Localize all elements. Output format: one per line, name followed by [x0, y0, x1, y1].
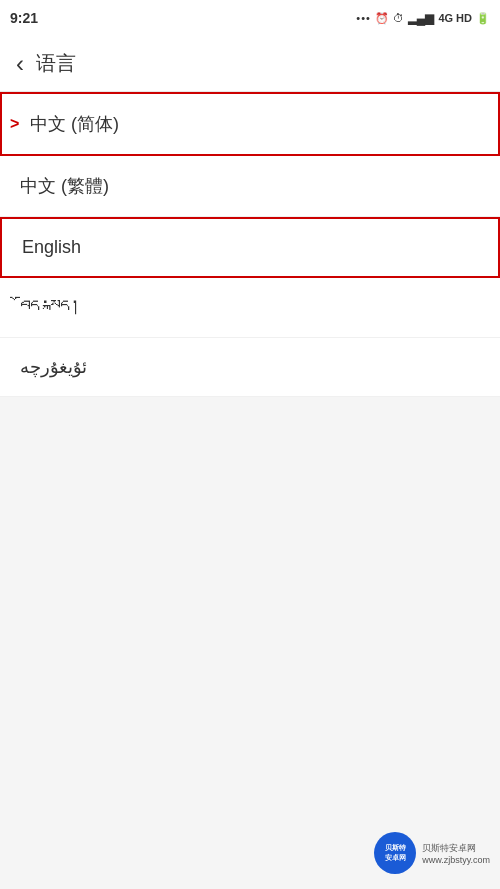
alarm-icon: ⏰	[375, 12, 389, 25]
watermark-logo-text: 贝斯特安卓网	[385, 843, 406, 863]
language-list: 中文 (简体) 中文 (繁體) English བོད་སྐད། ئۇيغۇرچ…	[0, 92, 500, 397]
language-item-tibetan[interactable]: བོད་སྐད།	[0, 278, 500, 338]
language-item-uyghur[interactable]: ئۇيغۇرچە	[0, 338, 500, 397]
language-item-english[interactable]: English	[0, 217, 500, 278]
watermark-url-container: 贝斯特安卓网 www.zjbstyy.com	[422, 842, 490, 865]
battery-icon: 🔋	[476, 12, 490, 25]
back-button[interactable]: ‹	[16, 52, 24, 76]
language-item-simplified-chinese[interactable]: 中文 (简体)	[0, 92, 500, 156]
language-item-traditional-chinese[interactable]: 中文 (繁體)	[0, 156, 500, 217]
status-bar: 9:21 ••• ⏰ ⏱ ▂▄▆ 4G HD 🔋	[0, 0, 500, 36]
page-header: ‹ 语言	[0, 36, 500, 92]
watermark: 贝斯特安卓网 贝斯特安卓网 www.zjbstyy.com	[374, 832, 490, 874]
watermark-site-label: 贝斯特安卓网	[422, 842, 490, 855]
watermark-url: www.zjbstyy.com	[422, 855, 490, 865]
clock-icon: ⏱	[393, 12, 404, 24]
language-label-simplified-chinese: 中文 (简体)	[30, 114, 119, 134]
status-icons: ••• ⏰ ⏱ ▂▄▆ 4G HD 🔋	[356, 11, 490, 25]
language-label-traditional-chinese: 中文 (繁體)	[20, 176, 109, 196]
watermark-logo: 贝斯特安卓网	[374, 832, 416, 874]
signal-dots-icon: •••	[356, 12, 371, 24]
signal-bars-icon: ▂▄▆	[408, 11, 435, 25]
language-label-english: English	[22, 237, 81, 257]
language-label-tibetan: བོད་སྐད།	[20, 296, 80, 318]
page-title: 语言	[36, 50, 76, 77]
network-label: 4G HD	[438, 12, 472, 24]
language-label-uyghur: ئۇيغۇرچە	[20, 357, 87, 377]
status-time: 9:21	[10, 10, 38, 26]
